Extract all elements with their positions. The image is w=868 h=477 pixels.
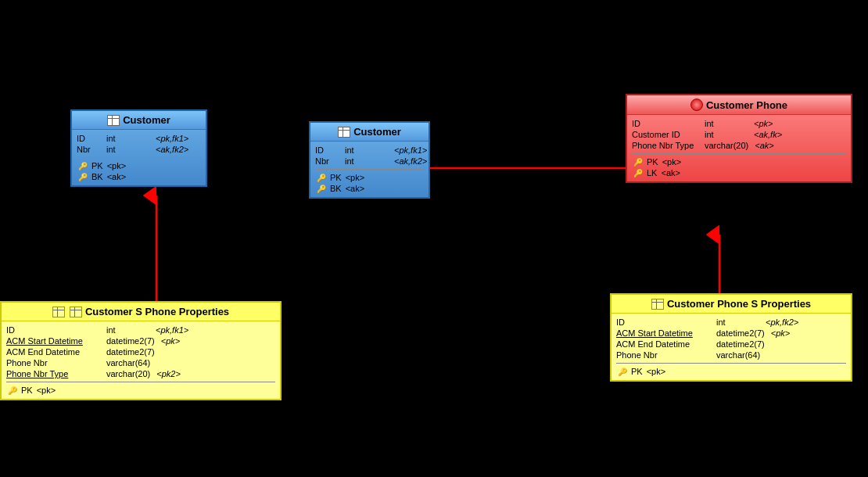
key-row: 🔑 PK <pk> (616, 366, 846, 377)
key-icon: 🔑 (618, 368, 627, 376)
entity-customer-phone-title: Customer Phone (706, 99, 787, 111)
key-icon: 🔑 (633, 169, 643, 178)
entity-row: Phone Nbr varchar(64) (616, 350, 846, 360)
entity-row: ACM Start Datetime datetime2(7) <pk> (616, 328, 846, 339)
entity-row: ID int <pk,fk2> (616, 317, 846, 328)
key-icon: 🔑 (633, 158, 643, 167)
arrows-overlay (0, 0, 868, 477)
entity-customer-phone-body: ID int <pk> Customer ID int <ak,fk> Phon… (627, 115, 851, 181)
entity-customer-left-header: Customer (72, 111, 206, 130)
table-icon-center (338, 127, 350, 138)
entity-row: Customer ID int <ak,fk> (632, 129, 846, 140)
key-icon: 🔑 (78, 162, 88, 170)
entity-row: Phone Nbr varchar(64) (6, 357, 275, 368)
entity-customer-left-title: Customer (123, 114, 170, 126)
key-row: 🔑 BK <ak> (315, 183, 424, 194)
red-circle-icon (690, 99, 703, 111)
entity-customer-phone-s-props-title: Customer Phone S Properties (667, 298, 811, 310)
entity-row: ACM End Datetime datetime2(7) (616, 339, 846, 350)
key-row: 🔑 PK <pk> (315, 172, 424, 183)
key-icon: 🔑 (317, 174, 326, 182)
table-icon-left (107, 115, 120, 126)
entity-customer-phone-header: Customer Phone (627, 95, 851, 115)
key-row: 🔑 BK <ak> (77, 171, 201, 182)
entity-row: ID int <pk> (632, 118, 846, 129)
key-icon: 🔑 (78, 173, 88, 181)
entity-customer-left-body: ID int <pk,fk1> Nbr int <ak,fk2> 🔑 PK <p… (72, 130, 206, 185)
entity-row: Nbr int <ak,fk2> (77, 144, 201, 155)
entity-row: Phone Nbr Type varchar(20) <pk2> (6, 368, 275, 379)
table-icon-yellow-left2 (70, 307, 82, 317)
diagram-canvas: Customer ID int <pk,fk1> Nbr int <ak,fk2… (0, 0, 868, 477)
entity-customer-s-phone-props-title: Customer S Phone Properties (85, 306, 229, 317)
entity-customer-s-phone-props: Customer S Phone Properties ID int <pk,f… (0, 301, 282, 400)
key-icon: 🔑 (317, 185, 326, 193)
key-row: 🔑 PK <pk> (77, 160, 201, 171)
entity-row: ID int <pk,fk1> (315, 145, 424, 156)
key-row: 🔑 PK <pk> (6, 385, 275, 396)
entity-customer-phone: Customer Phone ID int <pk> Customer ID i… (626, 94, 852, 183)
entity-customer-phone-s-props-header: Customer Phone S Properties (612, 295, 851, 314)
entity-row: ID int <pk,fk1> (77, 133, 201, 144)
entity-customer-center-header: Customer (310, 123, 429, 142)
table-icon-yellow-left (52, 307, 65, 317)
entity-row: ACM Start Datetime datetime2(7) <pk> (6, 335, 275, 346)
entity-row: Phone Nbr Type varchar(20) <ak> (632, 140, 846, 151)
entity-row: ACM End Datetime datetime2(7) (6, 346, 275, 357)
entity-customer-s-phone-props-header: Customer S Phone Properties (2, 303, 280, 321)
entity-customer-phone-s-props-body: ID int <pk,fk2> ACM Start Datetime datet… (612, 314, 851, 380)
entity-customer-s-phone-props-body: ID int <pk,fk1> ACM Start Datetime datet… (2, 321, 280, 399)
table-icon-yellow-right (651, 299, 664, 310)
key-row: 🔑 PK <pk> (632, 156, 846, 167)
entity-customer-phone-s-props: Customer Phone S Properties ID int <pk,f… (610, 293, 852, 382)
entity-row: Nbr int <ak,fk2> (315, 156, 424, 167)
key-icon: 🔑 (8, 386, 17, 395)
entity-customer-left: Customer ID int <pk,fk1> Nbr int <ak,fk2… (70, 109, 207, 187)
entity-row: ID int <pk,fk1> (6, 325, 275, 335)
entity-customer-center: Customer ID int <pk,fk1> Nbr int <ak,fk2… (309, 121, 430, 199)
entity-customer-center-title: Customer (353, 126, 401, 138)
key-row: 🔑 LK <ak> (632, 167, 846, 178)
entity-customer-center-body: ID int <pk,fk1> Nbr int <ak,fk2> 🔑 PK <p… (310, 142, 429, 197)
